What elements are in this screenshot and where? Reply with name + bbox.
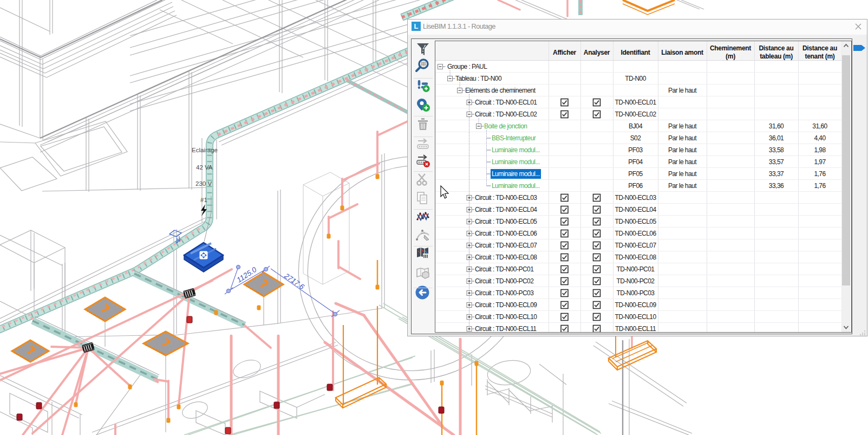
svg-text:2717.6: 2717.6 [283, 271, 306, 291]
svg-text:230 V: 230 V [195, 180, 212, 187]
svg-text:42 VA: 42 VA [196, 164, 213, 171]
svg-text:Eclairage: Eclairage [192, 147, 218, 153]
svg-text:#1: #1 [200, 197, 207, 203]
